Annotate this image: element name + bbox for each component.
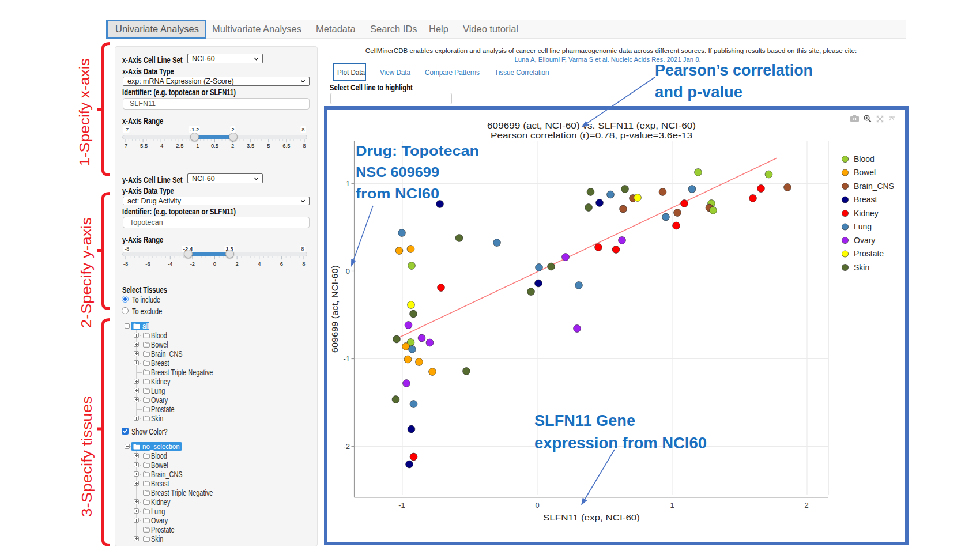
svg-text:Ovary: Ovary <box>854 236 875 245</box>
svg-text:Kidney: Kidney <box>854 209 879 218</box>
svg-text:609699 (act, NCI-60): 609699 (act, NCI-60) <box>330 265 340 353</box>
svg-text:and p-value: and p-value <box>655 83 742 101</box>
svg-text:Pearson’s correlation: Pearson’s correlation <box>655 61 813 79</box>
svg-text:Lung: Lung <box>854 222 872 231</box>
svg-text:Blood: Blood <box>854 154 875 164</box>
svg-text:2-Specify y-axis: 2-Specify y-axis <box>79 217 94 328</box>
svg-text:Pearson correlation (r)=0.78,: Pearson correlation (r)=0.78, p-value=3.… <box>491 130 692 140</box>
svg-text:1-Specify x-axis: 1-Specify x-axis <box>77 58 92 166</box>
svg-text:Prostate: Prostate <box>854 249 884 258</box>
svg-text:1: 1 <box>670 501 674 510</box>
svg-text:Breast: Breast <box>854 195 877 204</box>
svg-text:Brain_CNS: Brain_CNS <box>854 182 894 191</box>
svg-text:609699 (act, NCI-60) vs. SLFN1: 609699 (act, NCI-60) vs. SLFN11 (exp, NC… <box>487 120 696 130</box>
svg-text:SLFN11 (exp, NCI-60): SLFN11 (exp, NCI-60) <box>543 513 640 522</box>
svg-text:-1: -1 <box>343 354 350 363</box>
svg-text:0: 0 <box>535 501 539 510</box>
svg-text:2: 2 <box>804 501 808 510</box>
svg-text:1: 1 <box>346 179 350 188</box>
svg-text:Bowel: Bowel <box>854 168 876 177</box>
svg-text:0: 0 <box>346 267 350 276</box>
svg-text:Skin: Skin <box>854 263 869 272</box>
svg-text:3-Specify tissues: 3-Specify tissues <box>80 396 95 517</box>
svg-text:-1: -1 <box>398 501 405 510</box>
svg-text:-2: -2 <box>343 442 350 451</box>
